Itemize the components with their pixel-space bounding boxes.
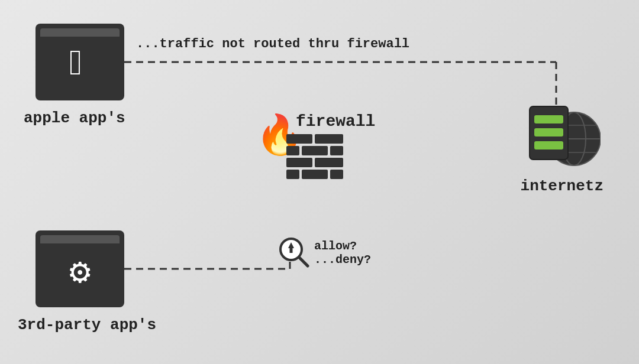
diagram-container: ...traffic not routed thru firewall  ap… <box>0 0 639 364</box>
firewall-container: firewall <box>254 112 375 186</box>
svg-rect-5 <box>286 134 312 144</box>
svg-rect-26 <box>534 115 563 124</box>
third-party-app-box: ⚙ <box>36 230 124 307</box>
svg-rect-11 <box>315 158 343 167</box>
svg-rect-28 <box>534 141 563 150</box>
magnifier-icon <box>278 236 311 269</box>
svg-rect-12 <box>286 170 299 179</box>
internet-container: internetz <box>521 95 604 195</box>
svg-rect-13 <box>302 170 328 179</box>
svg-rect-17 <box>290 247 293 253</box>
apple-icon:  <box>69 45 91 85</box>
traffic-label: ...traffic not routed thru firewall <box>136 37 409 51</box>
svg-rect-8 <box>302 146 328 155</box>
internet-icon-svg <box>524 95 601 171</box>
svg-rect-27 <box>534 128 563 136</box>
svg-rect-9 <box>330 146 343 155</box>
svg-rect-6 <box>315 134 343 144</box>
apple-app-box:  <box>36 24 124 100</box>
svg-rect-7 <box>286 146 299 155</box>
magnifier-container: allow? ...deny? <box>278 236 371 269</box>
firewall-label: firewall <box>296 112 375 131</box>
internet-label: internetz <box>521 177 604 195</box>
svg-rect-10 <box>286 158 312 167</box>
svg-rect-14 <box>330 170 343 179</box>
internet-icon <box>524 95 601 171</box>
gear-icon: ⚙ <box>69 250 91 294</box>
allow-deny-text: allow? ...deny? <box>314 239 371 266</box>
third-party-app-label: 3rd-party app's <box>18 316 156 334</box>
apple-app-label: apple app's <box>24 109 125 127</box>
svg-line-18 <box>299 258 308 266</box>
brick-wall-icon <box>285 133 344 186</box>
